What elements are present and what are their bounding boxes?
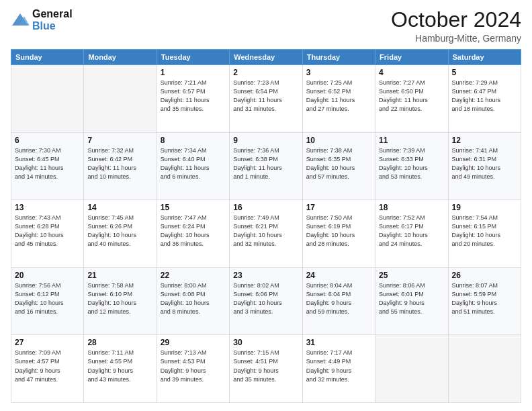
day-info: Sunrise: 7:52 AM Sunset: 6:17 PM Dayligh… (379, 214, 444, 248)
day-number: 5 (452, 68, 517, 77)
weekday-row: Sunday Monday Tuesday Wednesday Thursday… (11, 50, 521, 65)
day-info: Sunrise: 7:49 AM Sunset: 6:21 PM Dayligh… (233, 214, 298, 248)
calendar-cell: 8Sunrise: 7:34 AM Sunset: 6:40 PM Daylig… (157, 132, 229, 200)
calendar-cell (375, 335, 448, 403)
col-friday: Friday (375, 50, 448, 65)
day-number: 29 (161, 338, 226, 347)
calendar-cell: 3Sunrise: 7:25 AM Sunset: 6:52 PM Daylig… (302, 65, 375, 133)
day-number: 8 (161, 136, 226, 145)
week-row-5: 27Sunrise: 7:09 AM Sunset: 4:57 PM Dayli… (11, 335, 521, 403)
calendar-cell: 4Sunrise: 7:27 AM Sunset: 6:50 PM Daylig… (375, 65, 448, 133)
day-number: 27 (15, 338, 80, 347)
week-row-1: 1Sunrise: 7:21 AM Sunset: 6:57 PM Daylig… (11, 65, 521, 133)
day-number: 6 (15, 136, 80, 145)
page: General Blue October 2024 Hamburg-Mitte,… (0, 0, 532, 411)
day-number: 26 (452, 271, 517, 280)
day-info: Sunrise: 8:04 AM Sunset: 6:04 PM Dayligh… (306, 281, 371, 316)
day-number: 9 (233, 136, 298, 145)
day-info: Sunrise: 7:09 AM Sunset: 4:57 PM Dayligh… (15, 349, 80, 383)
day-info: Sunrise: 7:36 AM Sunset: 6:38 PM Dayligh… (233, 146, 298, 181)
day-info: Sunrise: 7:50 AM Sunset: 6:19 PM Dayligh… (306, 214, 371, 248)
calendar-cell: 13Sunrise: 7:43 AM Sunset: 6:28 PM Dayli… (11, 200, 84, 268)
calendar-cell: 31Sunrise: 7:17 AM Sunset: 4:49 PM Dayli… (302, 335, 375, 403)
calendar-cell: 12Sunrise: 7:41 AM Sunset: 6:31 PM Dayli… (448, 132, 521, 200)
day-info: Sunrise: 7:41 AM Sunset: 6:31 PM Dayligh… (452, 146, 517, 181)
day-number: 7 (87, 136, 152, 145)
location-title: Hamburg-Mitte, Germany (391, 33, 521, 44)
day-number: 3 (306, 68, 371, 77)
day-number: 16 (233, 203, 298, 212)
day-info: Sunrise: 7:58 AM Sunset: 6:10 PM Dayligh… (87, 281, 152, 316)
day-info: Sunrise: 7:43 AM Sunset: 6:28 PM Dayligh… (15, 214, 80, 248)
calendar-cell: 2Sunrise: 7:23 AM Sunset: 6:54 PM Daylig… (230, 65, 302, 133)
day-info: Sunrise: 7:13 AM Sunset: 4:53 PM Dayligh… (161, 349, 226, 383)
calendar-cell (11, 65, 84, 133)
day-info: Sunrise: 7:17 AM Sunset: 4:49 PM Dayligh… (306, 349, 371, 383)
col-monday: Monday (84, 50, 157, 65)
calendar-cell: 23Sunrise: 8:02 AM Sunset: 6:06 PM Dayli… (230, 267, 302, 335)
day-number: 30 (233, 338, 298, 347)
day-number: 19 (452, 203, 517, 212)
day-number: 10 (306, 136, 371, 145)
day-info: Sunrise: 7:39 AM Sunset: 6:33 PM Dayligh… (379, 146, 444, 181)
day-info: Sunrise: 7:38 AM Sunset: 6:35 PM Dayligh… (306, 146, 371, 181)
day-info: Sunrise: 7:30 AM Sunset: 6:45 PM Dayligh… (15, 146, 80, 181)
day-info: Sunrise: 8:02 AM Sunset: 6:06 PM Dayligh… (233, 281, 298, 316)
day-info: Sunrise: 7:23 AM Sunset: 6:54 PM Dayligh… (233, 79, 298, 113)
day-info: Sunrise: 7:21 AM Sunset: 6:57 PM Dayligh… (161, 79, 226, 113)
day-info: Sunrise: 7:47 AM Sunset: 6:24 PM Dayligh… (161, 214, 226, 248)
day-info: Sunrise: 8:07 AM Sunset: 5:59 PM Dayligh… (452, 281, 517, 316)
calendar-cell: 27Sunrise: 7:09 AM Sunset: 4:57 PM Dayli… (11, 335, 84, 403)
logo-text: General Blue (32, 8, 73, 32)
day-info: Sunrise: 7:32 AM Sunset: 6:42 PM Dayligh… (87, 146, 152, 181)
col-saturday: Saturday (448, 50, 521, 65)
logo-icon (11, 12, 30, 28)
calendar-cell: 17Sunrise: 7:50 AM Sunset: 6:19 PM Dayli… (302, 200, 375, 268)
calendar-cell: 21Sunrise: 7:58 AM Sunset: 6:10 PM Dayli… (84, 267, 157, 335)
day-info: Sunrise: 7:15 AM Sunset: 4:51 PM Dayligh… (233, 349, 298, 383)
calendar-cell (84, 65, 157, 133)
day-number: 1 (161, 68, 226, 77)
day-info: Sunrise: 7:29 AM Sunset: 6:47 PM Dayligh… (452, 79, 517, 113)
day-number: 22 (161, 271, 226, 280)
calendar-cell: 24Sunrise: 8:04 AM Sunset: 6:04 PM Dayli… (302, 267, 375, 335)
calendar-cell: 28Sunrise: 7:11 AM Sunset: 4:55 PM Dayli… (84, 335, 157, 403)
day-number: 11 (379, 136, 444, 145)
day-number: 12 (452, 136, 517, 145)
day-info: Sunrise: 7:45 AM Sunset: 6:26 PM Dayligh… (87, 214, 152, 248)
day-number: 21 (87, 271, 152, 280)
col-thursday: Thursday (302, 50, 375, 65)
calendar-cell: 19Sunrise: 7:54 AM Sunset: 6:15 PM Dayli… (448, 200, 521, 268)
calendar-table: Sunday Monday Tuesday Wednesday Thursday… (11, 49, 521, 403)
day-number: 17 (306, 203, 371, 212)
day-number: 13 (15, 203, 80, 212)
day-info: Sunrise: 8:00 AM Sunset: 6:08 PM Dayligh… (161, 281, 226, 316)
week-row-4: 20Sunrise: 7:56 AM Sunset: 6:12 PM Dayli… (11, 267, 521, 335)
col-wednesday: Wednesday (230, 50, 302, 65)
calendar-body: 1Sunrise: 7:21 AM Sunset: 6:57 PM Daylig… (11, 65, 521, 403)
calendar-cell (448, 335, 521, 403)
day-info: Sunrise: 7:27 AM Sunset: 6:50 PM Dayligh… (379, 79, 444, 113)
week-row-3: 13Sunrise: 7:43 AM Sunset: 6:28 PM Dayli… (11, 200, 521, 268)
calendar-cell: 29Sunrise: 7:13 AM Sunset: 4:53 PM Dayli… (157, 335, 229, 403)
calendar-cell: 16Sunrise: 7:49 AM Sunset: 6:21 PM Dayli… (230, 200, 302, 268)
day-number: 18 (379, 203, 444, 212)
title-block: October 2024 Hamburg-Mitte, Germany (391, 8, 521, 44)
calendar-cell: 15Sunrise: 7:47 AM Sunset: 6:24 PM Dayli… (157, 200, 229, 268)
day-number: 20 (15, 271, 80, 280)
month-title: October 2024 (391, 8, 521, 32)
col-tuesday: Tuesday (157, 50, 229, 65)
day-number: 4 (379, 68, 444, 77)
day-number: 15 (161, 203, 226, 212)
calendar-cell: 1Sunrise: 7:21 AM Sunset: 6:57 PM Daylig… (157, 65, 229, 133)
logo: General Blue (11, 8, 73, 32)
calendar-cell: 14Sunrise: 7:45 AM Sunset: 6:26 PM Dayli… (84, 200, 157, 268)
calendar-cell: 25Sunrise: 8:06 AM Sunset: 6:01 PM Dayli… (375, 267, 448, 335)
calendar-cell: 30Sunrise: 7:15 AM Sunset: 4:51 PM Dayli… (230, 335, 302, 403)
day-info: Sunrise: 7:56 AM Sunset: 6:12 PM Dayligh… (15, 281, 80, 316)
header: General Blue October 2024 Hamburg-Mitte,… (11, 8, 521, 44)
day-info: Sunrise: 7:25 AM Sunset: 6:52 PM Dayligh… (306, 79, 371, 113)
col-sunday: Sunday (11, 50, 84, 65)
calendar-cell: 11Sunrise: 7:39 AM Sunset: 6:33 PM Dayli… (375, 132, 448, 200)
week-row-2: 6Sunrise: 7:30 AM Sunset: 6:45 PM Daylig… (11, 132, 521, 200)
